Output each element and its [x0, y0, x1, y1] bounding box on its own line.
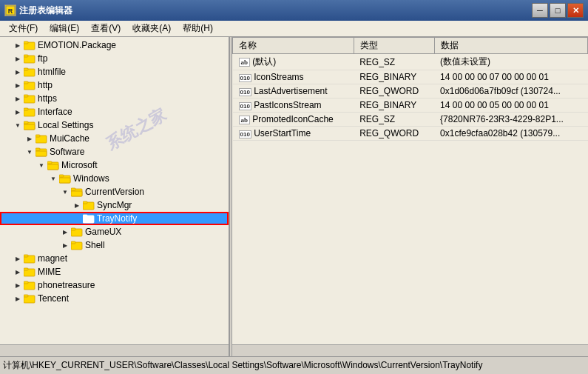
tree-node-currentversion[interactable]: ▼ CurrentVersion — [0, 185, 229, 198]
menu-item-H[interactable]: 帮助(H) — [177, 21, 219, 36]
folder-icon — [24, 107, 36, 117]
cell-data: 0x1cfe9cfaa028b42 (130579... — [434, 127, 587, 141]
menu-item-V[interactable]: 查看(V) — [85, 21, 126, 36]
tree-node-interface[interactable]: ▶ Interface — [0, 105, 229, 118]
expand-icon[interactable]: ▶ — [59, 226, 71, 238]
registry-table[interactable]: 名称类型数据 ab (默认)REG_SZ(数值未设置)010 IconStrea… — [232, 37, 588, 344]
tree-node-label: CurrentVersion — [85, 187, 144, 197]
table-row[interactable]: 010 LastAdvertisementREG_QWORD0x1d06d06a… — [233, 84, 588, 98]
collapse-icon[interactable]: ▼ — [24, 146, 36, 158]
tree-node-traynotify[interactable]: TrayNotify — [0, 212, 229, 225]
indent-spacer — [0, 280, 12, 290]
cell-type: REG_SZ — [354, 113, 434, 127]
tree-node-label: phonetreasure — [38, 280, 95, 290]
svg-rect-36 — [71, 228, 75, 230]
cell-name: ab PromotedIconCache — [233, 113, 354, 127]
type-bin-icon: 010 — [239, 130, 251, 138]
tree-node-magnet[interactable]: ▶ magnet — [0, 252, 229, 265]
folder-icon — [71, 227, 83, 237]
expand-icon[interactable]: ▶ — [24, 133, 36, 144]
table-row[interactable]: ab PromotedIconCacheREG_SZ{7820NR76-23R3… — [233, 113, 588, 127]
tree-node-gameux[interactable]: ▶ GameUX — [0, 225, 229, 238]
tree-panel: ▶ EMOTION.Package ▶ ftp ▶ htmlfile ▶ htt… — [0, 37, 229, 356]
main-area: ▶ EMOTION.Package ▶ ftp ▶ htmlfile ▶ htt… — [0, 37, 588, 356]
tree-node-microsoft[interactable]: ▼ Microsoft — [0, 158, 229, 172]
expand-icon[interactable]: ▶ — [12, 53, 24, 64]
tree-node-ftp[interactable]: ▶ ftp — [0, 52, 229, 65]
expand-icon[interactable]: ▶ — [12, 293, 24, 304]
status-path: 计算机\HKEY_CURRENT_USER\Software\Classes\L… — [3, 359, 482, 372]
cell-type: REG_BINARY — [354, 98, 434, 113]
expand-icon[interactable]: ▶ — [12, 279, 24, 291]
tree-node-syncmgr[interactable]: ▶ SyncMgr — [0, 198, 229, 212]
expand-icon[interactable]: ▶ — [12, 66, 24, 78]
cell-name: 010 UserStartTime — [233, 127, 354, 141]
tree-node-localsettings[interactable]: ▼ Local Settings — [0, 118, 229, 132]
tree-node-shell[interactable]: ▶ Shell — [0, 238, 229, 252]
expand-icon[interactable]: ▶ — [12, 106, 24, 118]
tree-node-label: Tencent — [38, 293, 69, 304]
tree-node-windows[interactable]: ▼ Windows — [0, 172, 229, 185]
cell-type: REG_BINARY — [354, 70, 434, 84]
tree-node-https[interactable]: ▶ https — [0, 92, 229, 105]
svg-rect-38 — [71, 241, 75, 244]
expand-icon[interactable]: ▶ — [59, 239, 71, 251]
tree-node-emotion[interactable]: ▶ EMOTION.Package — [0, 39, 229, 52]
collapse-icon[interactable]: ▼ — [59, 186, 71, 198]
menu-item-A[interactable]: 收藏夹(A) — [126, 21, 177, 36]
status-bar: 计算机\HKEY_CURRENT_USER\Software\Classes\L… — [0, 356, 588, 374]
minimize-button[interactable]: ─ — [532, 3, 548, 18]
collapse-icon[interactable]: ▼ — [47, 173, 59, 184]
svg-rect-34 — [83, 215, 87, 217]
tree-node-muicache[interactable]: ▶ MuiCache — [0, 132, 229, 145]
tree-node-htmlfile[interactable]: ▶ htmlfile — [0, 65, 229, 79]
expand-icon[interactable]: ▶ — [12, 266, 24, 278]
indent-spacer — [0, 67, 12, 77]
svg-rect-16 — [24, 124, 35, 130]
indent-spacer — [0, 173, 47, 184]
menu-item-F[interactable]: 文件(F) — [3, 21, 44, 36]
cell-type: REG_SZ — [354, 54, 434, 70]
tree-node-phonetreasure[interactable]: ▶ phonetreasure — [0, 278, 229, 292]
svg-rect-46 — [24, 295, 28, 297]
svg-rect-15 — [24, 121, 28, 124]
tree-hscroll[interactable] — [0, 344, 229, 356]
tree-node-label: Shell — [85, 240, 105, 250]
collapse-icon[interactable]: ▼ — [36, 159, 47, 171]
expand-icon[interactable]: ▶ — [12, 93, 24, 104]
indent-spacer — [0, 187, 59, 197]
svg-rect-11 — [24, 95, 28, 97]
cell-data: (数值未设置) — [434, 54, 587, 70]
expand-icon[interactable]: ▶ — [12, 39, 24, 51]
tree-node-label: http — [38, 80, 53, 90]
tree-node-mime[interactable]: ▶ MIME — [0, 265, 229, 278]
collapse-icon[interactable]: ▼ — [12, 119, 24, 131]
tree-node-http[interactable]: ▶ http — [0, 79, 229, 92]
col-header-data: 数据 — [434, 38, 587, 54]
indent-spacer — [0, 200, 71, 210]
right-hscroll[interactable] — [232, 344, 588, 356]
svg-rect-27 — [59, 178, 70, 183]
table-row[interactable]: ab (默认)REG_SZ(数值未设置) — [233, 54, 588, 70]
tree-node-tencent[interactable]: ▶ Tencent — [0, 292, 229, 305]
col-header-name: 名称 — [233, 38, 354, 54]
maximize-button[interactable]: □ — [550, 3, 566, 18]
table-row[interactable]: 010 IconStreamsREG_BINARY14 00 00 00 07 … — [233, 70, 588, 84]
close-button[interactable]: ✕ — [567, 3, 584, 18]
expand-icon[interactable]: ▶ — [12, 253, 24, 264]
tree-node-software[interactable]: ▼ Software — [0, 145, 229, 158]
table-row[interactable]: 010 UserStartTimeREG_QWORD0x1cfe9cfaa028… — [233, 127, 588, 141]
cell-name: 010 PastIconsStream — [233, 98, 354, 113]
expand-icon[interactable]: ▶ — [71, 199, 83, 211]
expand-icon[interactable] — [71, 213, 83, 224]
table-row[interactable]: 010 PastIconsStreamREG_BINARY14 00 00 00… — [233, 98, 588, 113]
folder-icon — [71, 240, 83, 250]
svg-rect-23 — [47, 161, 52, 164]
type-bin-icon: 010 — [239, 74, 251, 82]
indent-spacer — [0, 53, 12, 64]
expand-icon[interactable]: ▶ — [12, 79, 24, 91]
tree-scroll[interactable]: ▶ EMOTION.Package ▶ ftp ▶ htmlfile ▶ htt… — [0, 37, 229, 344]
cell-data: 0x1d06d06a7fb09cf (130724... — [434, 84, 587, 98]
menu-item-E[interactable]: 编辑(E) — [44, 21, 85, 36]
svg-rect-5 — [24, 55, 28, 57]
